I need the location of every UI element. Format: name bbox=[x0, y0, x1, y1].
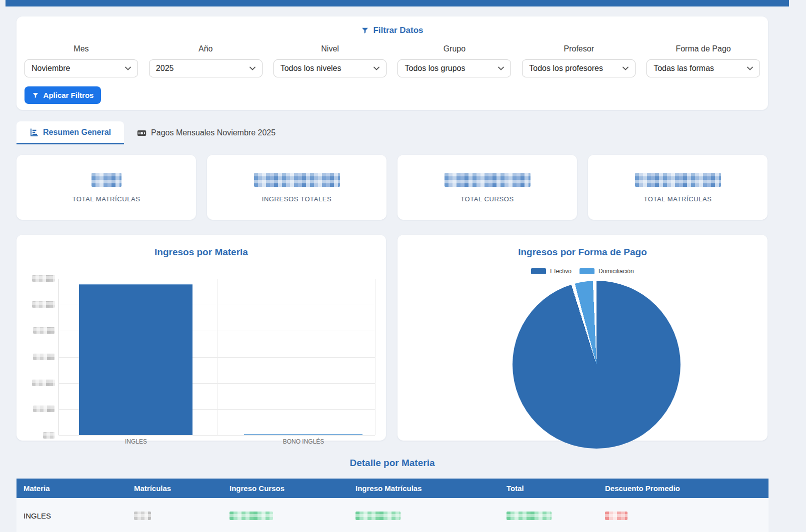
cell-matriculas bbox=[127, 512, 222, 520]
redacted-stat-value bbox=[92, 173, 122, 187]
filter-label: Nivel bbox=[321, 44, 339, 53]
legend-label: Efectivo bbox=[550, 268, 572, 275]
chevron-down-icon bbox=[747, 66, 753, 70]
redacted-y-tick-label bbox=[33, 327, 55, 334]
grupo-select-value: Todos los grupos bbox=[404, 64, 465, 73]
top-navbar bbox=[6, 0, 789, 6]
filter-group-nivel: Nivel Todos los niveles bbox=[274, 44, 387, 77]
tab-resumen-general[interactable]: Resumen General bbox=[16, 121, 124, 144]
bar-chart-icon bbox=[30, 128, 38, 137]
banknote-icon bbox=[137, 129, 146, 137]
gridline bbox=[375, 279, 376, 435]
cell-ingreso-matriculas bbox=[348, 512, 500, 520]
filter-label: Grupo bbox=[444, 44, 466, 53]
redacted-stat-value bbox=[444, 173, 530, 187]
x-tick-label: INGLES bbox=[96, 438, 176, 445]
forma-pago-select[interactable]: Todas las formas bbox=[646, 59, 760, 77]
filter-panel: Filtrar Datos Mes Noviembre Año 2025 bbox=[16, 16, 768, 110]
stat-label: TOTAL CURSOS bbox=[460, 195, 514, 203]
tab-pagos-mensuales[interactable]: Pagos Mensuales Noviembre 2025 bbox=[124, 121, 288, 144]
redacted-stat-value bbox=[254, 173, 340, 187]
stat-label: INGRESOS TOTALES bbox=[262, 195, 332, 203]
forma-pago-select-value: Todas las formas bbox=[654, 64, 714, 73]
pie-chart-card: Ingresos por Forma de Pago Efectivo Domi… bbox=[398, 235, 768, 441]
stat-card-total-cursos: TOTAL CURSOS bbox=[398, 155, 577, 220]
redacted-cell-value bbox=[134, 512, 151, 520]
filter-group-ano: Año 2025 bbox=[149, 44, 262, 77]
redacted-cell-value bbox=[356, 512, 400, 520]
funnel-icon bbox=[32, 92, 39, 99]
nivel-select[interactable]: Todos los niveles bbox=[274, 59, 387, 77]
stat-card-ingresos-totales: INGRESOS TOTALES bbox=[207, 155, 386, 220]
filter-group-mes: Mes Noviembre bbox=[24, 44, 138, 77]
redacted-y-tick-label bbox=[32, 275, 55, 282]
page-content: Filtrar Datos Mes Noviembre Año 2025 bbox=[16, 16, 768, 532]
table-row: INGLES bbox=[16, 498, 768, 532]
filter-group-grupo: Grupo Todos los grupos bbox=[398, 44, 511, 77]
detail-table: Materia Matrículas Ingreso Cursos Ingres… bbox=[16, 479, 768, 532]
legend-swatch bbox=[580, 268, 594, 274]
column-header-matriculas: Matrículas bbox=[127, 484, 222, 493]
apply-filters-button[interactable]: Aplicar Filtros bbox=[24, 86, 101, 104]
bar-chart-title: Ingresos por Materia bbox=[16, 247, 386, 258]
column-header-materia: Materia bbox=[16, 484, 127, 493]
legend-swatch bbox=[531, 268, 546, 274]
bar-chart-card: Ingresos por Materia bbox=[16, 235, 386, 441]
pie-legend: Efectivo Domiciliación bbox=[398, 268, 768, 275]
redacted-cell-value bbox=[506, 512, 552, 520]
stat-card-total-matriculas-1: TOTAL MATRÍCULAS bbox=[16, 155, 196, 220]
cell-ingreso-cursos bbox=[222, 512, 348, 520]
tab-resumen-general-label: Resumen General bbox=[43, 128, 111, 137]
mes-select-value: Noviembre bbox=[32, 64, 70, 73]
bar-ingles[interactable] bbox=[79, 284, 192, 435]
legend-item-efectivo[interactable]: Efectivo bbox=[531, 268, 572, 275]
cell-descuento-promedio bbox=[598, 512, 768, 520]
stats-row: TOTAL MATRÍCULAS INGRESOS TOTALES TOTAL … bbox=[16, 155, 768, 220]
tab-bar: Resumen General Pagos Mensuales Noviembr… bbox=[16, 121, 768, 144]
filter-group-profesor: Profesor Todos los profesores bbox=[522, 44, 636, 77]
chevron-down-icon bbox=[374, 66, 380, 70]
mes-select[interactable]: Noviembre bbox=[24, 59, 138, 77]
chevron-down-icon bbox=[125, 66, 131, 70]
tab-pagos-mensuales-label: Pagos Mensuales Noviembre 2025 bbox=[151, 128, 276, 137]
filter-label: Forma de Pago bbox=[676, 44, 730, 53]
stat-label: TOTAL MATRÍCULAS bbox=[72, 195, 140, 203]
legend-item-domiciliacion[interactable]: Domiciliación bbox=[580, 268, 634, 275]
chevron-down-icon bbox=[622, 66, 628, 70]
chevron-down-icon bbox=[250, 66, 256, 70]
table-header-row: Materia Matrículas Ingreso Cursos Ingres… bbox=[16, 479, 768, 498]
filter-label: Profesor bbox=[564, 44, 594, 53]
column-header-total: Total bbox=[500, 484, 598, 493]
column-header-ingreso-matriculas: Ingreso Matrículas bbox=[348, 484, 500, 493]
redacted-y-tick-label bbox=[33, 406, 55, 412]
detail-table-title: Detalle por Materia bbox=[16, 456, 768, 471]
grupo-select[interactable]: Todos los grupos bbox=[398, 59, 511, 77]
redacted-cell-value bbox=[605, 512, 628, 520]
legend-label: Domiciliación bbox=[598, 268, 634, 275]
stat-card-total-matriculas-2: TOTAL MATRÍCULAS bbox=[588, 155, 768, 220]
filter-row: Mes Noviembre Año 2025 Nivel bbox=[24, 44, 760, 77]
filter-panel-title: Filtrar Datos bbox=[24, 24, 760, 36]
chevron-down-icon bbox=[498, 66, 504, 70]
ano-select[interactable]: 2025 bbox=[149, 59, 262, 77]
pie-chart-title: Ingresos por Forma de Pago bbox=[398, 247, 768, 258]
x-axis-line bbox=[58, 435, 375, 436]
bar-bono-ingles[interactable] bbox=[244, 434, 362, 435]
redacted-y-tick-label bbox=[32, 380, 55, 386]
profesor-select[interactable]: Todos los profesores bbox=[522, 59, 636, 77]
column-header-descuento-promedio: Descuento Promedio bbox=[598, 484, 768, 493]
funnel-icon bbox=[361, 26, 369, 34]
nivel-select-value: Todos los niveles bbox=[280, 64, 342, 73]
redacted-y-tick-label bbox=[43, 432, 55, 439]
filter-label: Mes bbox=[74, 44, 88, 53]
filter-panel-title-text: Filtrar Datos bbox=[373, 25, 423, 35]
charts-row: Ingresos por Materia bbox=[16, 235, 768, 441]
stat-label: TOTAL MATRÍCULAS bbox=[644, 195, 712, 203]
filter-group-forma-pago: Forma de Pago Todas las formas bbox=[646, 44, 760, 77]
cell-total bbox=[500, 512, 598, 520]
pie[interactable] bbox=[512, 281, 680, 449]
redacted-y-tick-label bbox=[32, 301, 55, 308]
redacted-stat-value bbox=[635, 173, 721, 187]
x-tick-label: BONO INGLÉS bbox=[264, 438, 344, 445]
apply-filters-label: Aplicar Filtros bbox=[44, 91, 94, 99]
